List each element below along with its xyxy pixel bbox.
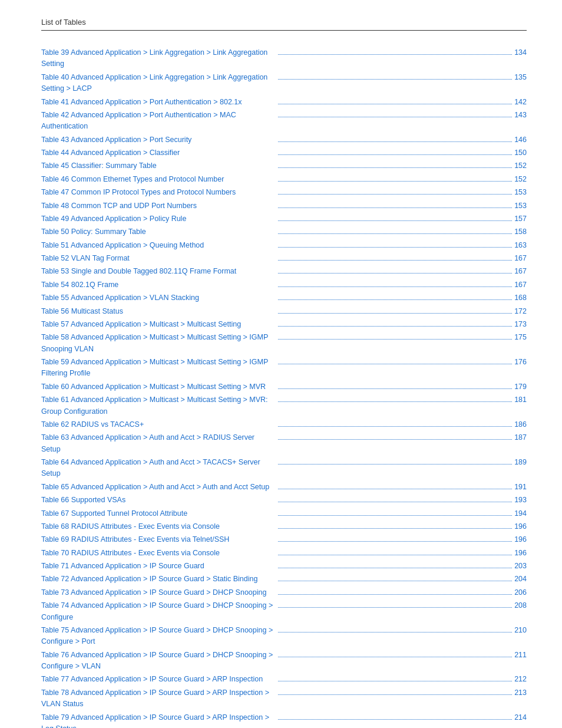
list-item[interactable]: Table 41 Advanced Application > Port Aut… [41,97,527,108]
toc-link[interactable]: Table 55 Advanced Application > VLAN Sta… [41,292,276,304]
toc-link[interactable]: Table 62 RADIUS vs TACACS+ [41,419,276,430]
toc-dots [278,286,513,287]
list-item[interactable]: Table 43 Advanced Application > Port Sec… [41,134,527,146]
list-item[interactable]: Table 52 VLAN Tag Format167 [41,253,527,264]
toc-link[interactable]: Table 63 Advanced Application > Auth and… [41,432,276,455]
list-item[interactable]: Table 50 Policy: Summary Table158 [41,226,527,238]
list-item[interactable]: Table 78 Advanced Application > IP Sourc… [41,687,527,710]
toc-link[interactable]: Table 71 Advanced Application > IP Sourc… [41,561,276,572]
list-item[interactable]: Table 75 Advanced Application > IP Sourc… [41,625,527,648]
toc-link[interactable]: Table 77 Advanced Application > IP Sourc… [41,674,276,685]
toc-link[interactable]: Table 79 Advanced Application > IP Sourc… [41,712,276,729]
toc-link[interactable]: Table 52 VLAN Tag Format [41,253,276,264]
list-item[interactable]: Table 44 Advanced Application > Classifi… [41,147,527,159]
list-item[interactable]: Table 40 Advanced Application > Link Agg… [41,72,527,95]
toc-page-number: 194 [514,508,527,519]
toc-link[interactable]: Table 68 RADIUS Attributes - Exec Events… [41,521,276,532]
toc-link[interactable]: Table 46 Common Ethernet Types and Proto… [41,174,276,185]
list-item[interactable]: Table 60 Advanced Application > Multicas… [41,381,527,393]
toc-dots [278,388,513,389]
toc-link[interactable]: Table 45 Classifier: Summary Table [41,160,276,172]
list-item[interactable]: Table 55 Advanced Application > VLAN Sta… [41,292,527,304]
list-item[interactable]: Table 64 Advanced Application > Auth and… [41,457,527,480]
toc-link[interactable]: Table 61 Advanced Application > Multicas… [41,394,276,417]
toc-link[interactable]: Table 51 Advanced Application > Queuing … [41,240,276,251]
toc-link[interactable]: Table 67 Supported Tunnel Protocol Attri… [41,508,276,519]
list-item[interactable]: Table 45 Classifier: Summary Table152 [41,160,527,172]
list-item[interactable]: Table 58 Advanced Application > Multicas… [41,332,527,355]
list-item[interactable]: Table 71 Advanced Application > IP Sourc… [41,561,527,572]
toc-link[interactable]: Table 53 Single and Double Tagged 802.11… [41,266,276,277]
list-item[interactable]: Table 73 Advanced Application > IP Sourc… [41,587,527,598]
toc-link[interactable]: Table 39 Advanced Application > Link Agg… [41,47,276,70]
list-item[interactable]: Table 70 RADIUS Attributes - Exec Events… [41,548,527,559]
toc-link[interactable]: Table 76 Advanced Application > IP Sourc… [41,650,276,673]
list-item[interactable]: Table 63 Advanced Application > Auth and… [41,432,527,455]
toc-link[interactable]: Table 69 RADIUS Attributes - Exec Events… [41,534,276,545]
toc-link[interactable]: Table 73 Advanced Application > IP Sourc… [41,587,276,598]
list-item[interactable]: Table 79 Advanced Application > IP Sourc… [41,712,527,729]
toc-link[interactable]: Table 59 Advanced Application > Multicas… [41,357,276,380]
list-item[interactable]: Table 66 Supported VSAs193 [41,495,527,506]
toc-dots [278,104,513,104]
toc-link[interactable]: Table 72 Advanced Application > IP Sourc… [41,574,276,585]
toc-dots [278,568,513,568]
list-item[interactable]: Table 47 Common IP Protocol Types and Pr… [41,187,527,198]
toc-link[interactable]: Table 66 Supported VSAs [41,495,276,506]
toc-link[interactable]: Table 64 Advanced Application > Auth and… [41,457,276,480]
toc-dots [278,194,513,195]
toc-dots [278,154,513,155]
toc-dots [278,541,513,542]
toc-page-number: 153 [514,200,527,212]
list-item[interactable]: Table 59 Advanced Application > Multicas… [41,357,527,380]
list-item[interactable]: Table 77 Advanced Application > IP Sourc… [41,674,527,685]
toc-link[interactable]: Table 65 Advanced Application > Auth and… [41,482,276,493]
toc-link[interactable]: Table 42 Advanced Application > Port Aut… [41,110,276,133]
toc-link[interactable]: Table 41 Advanced Application > Port Aut… [41,97,276,108]
list-item[interactable]: Table 65 Advanced Application > Auth and… [41,482,527,493]
list-item[interactable]: Table 67 Supported Tunnel Protocol Attri… [41,508,527,519]
toc-dots [278,141,513,142]
list-item[interactable]: Table 53 Single and Double Tagged 802.11… [41,266,527,277]
toc-link[interactable]: Table 49 Advanced Application > Policy R… [41,213,276,225]
toc-link[interactable]: Table 47 Common IP Protocol Types and Pr… [41,187,276,198]
header-bar: List of Tables [41,18,527,31]
list-item[interactable]: Table 46 Common Ethernet Types and Proto… [41,174,527,185]
toc-link[interactable]: Table 50 Policy: Summary Table [41,226,276,238]
list-item[interactable]: Table 69 RADIUS Attributes - Exec Events… [41,534,527,545]
toc-link[interactable]: Table 60 Advanced Application > Multicas… [41,381,276,393]
toc-dots [278,555,513,555]
list-item[interactable]: Table 68 RADIUS Attributes - Exec Events… [41,521,527,532]
toc-link[interactable]: Table 40 Advanced Application > Link Agg… [41,72,276,95]
toc-page-number: 173 [514,319,527,330]
list-item[interactable]: Table 51 Advanced Application > Queuing … [41,240,527,251]
list-item[interactable]: Table 56 Multicast Status172 [41,306,527,317]
toc-link[interactable]: Table 57 Advanced Application > Multicas… [41,319,276,330]
toc-link[interactable]: Table 44 Advanced Application > Classifi… [41,147,276,159]
toc-dots [278,439,513,440]
list-item[interactable]: Table 39 Advanced Application > Link Agg… [41,47,527,70]
toc-page-number: 168 [514,292,527,304]
toc-link[interactable]: Table 74 Advanced Application > IP Sourc… [41,600,276,623]
list-item[interactable]: Table 74 Advanced Application > IP Sourc… [41,600,527,623]
toc-link[interactable]: Table 78 Advanced Application > IP Sourc… [41,687,276,710]
list-item[interactable]: Table 54 802.1Q Frame167 [41,279,527,291]
toc-link[interactable]: Table 75 Advanced Application > IP Sourc… [41,625,276,648]
toc-link[interactable]: Table 43 Advanced Application > Port Sec… [41,134,276,146]
list-item[interactable]: Table 42 Advanced Application > Port Aut… [41,110,527,133]
list-item[interactable]: Table 57 Advanced Application > Multicas… [41,319,527,330]
toc-dots [278,167,513,168]
toc-link[interactable]: Table 48 Common TCP and UDP Port Numbers [41,200,276,212]
toc-link[interactable]: Table 54 802.1Q Frame [41,279,276,291]
toc-link[interactable]: Table 56 Multicast Status [41,306,276,317]
list-item[interactable]: Table 61 Advanced Application > Multicas… [41,394,527,417]
toc-dots [278,719,513,720]
list-item[interactable]: Table 72 Advanced Application > IP Sourc… [41,574,527,585]
toc-link[interactable]: Table 70 RADIUS Attributes - Exec Events… [41,548,276,559]
list-item[interactable]: Table 76 Advanced Application > IP Sourc… [41,650,527,673]
toc-link[interactable]: Table 58 Advanced Application > Multicas… [41,332,276,355]
toc-page-number: 214 [514,712,527,723]
list-item[interactable]: Table 62 RADIUS vs TACACS+186 [41,419,527,430]
list-item[interactable]: Table 49 Advanced Application > Policy R… [41,213,527,225]
list-item[interactable]: Table 48 Common TCP and UDP Port Numbers… [41,200,527,212]
